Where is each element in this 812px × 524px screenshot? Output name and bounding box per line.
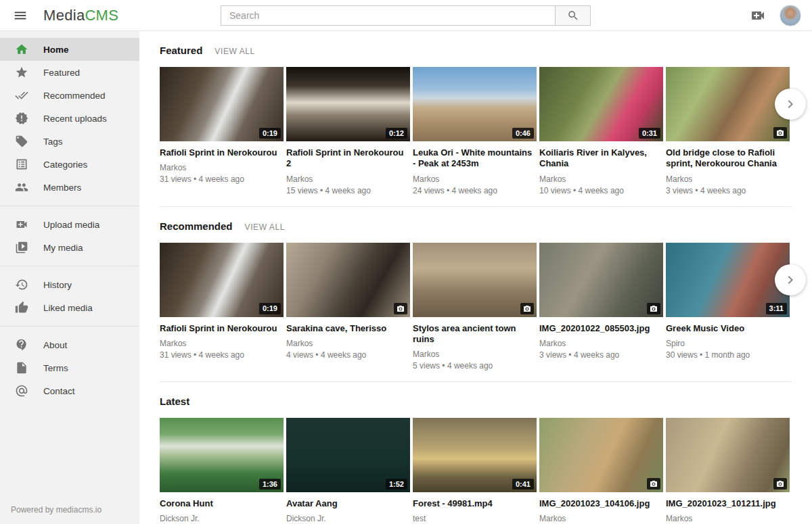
- sidebar-item-upload-media[interactable]: Upload media: [0, 213, 139, 236]
- media-title[interactable]: Old bridge close to Rafioli sprint, Nero…: [666, 147, 790, 170]
- media-meta: 5 views • 4 weeks ago: [413, 361, 537, 371]
- media-card[interactable]: 1:36 Corona Hunt Dickson Jr. 6 views • 4…: [160, 418, 284, 524]
- media-author[interactable]: Spiro: [666, 339, 790, 348]
- sidebar-item-featured[interactable]: Featured: [0, 61, 139, 84]
- media-thumbnail[interactable]: 0:31: [539, 67, 663, 141]
- media-title[interactable]: Rafioli Sprint in Nerokourou 2: [286, 147, 410, 170]
- media-author[interactable]: Dickson Jr.: [286, 514, 410, 523]
- media-thumbnail[interactable]: 1:52: [286, 418, 410, 492]
- media-meta: 10 views • 4 weeks ago: [539, 186, 663, 195]
- sidebar-item-recommended[interactable]: Recommended: [0, 84, 139, 107]
- sidebar-item-recent-uploads[interactable]: Recent uploads: [0, 107, 139, 130]
- media-thumbnail[interactable]: [539, 243, 663, 317]
- media-author[interactable]: Markos: [160, 339, 284, 348]
- media-thumbnail[interactable]: 0:46: [413, 67, 537, 141]
- sidebar-item-about[interactable]: About: [0, 333, 139, 356]
- media-author[interactable]: test: [413, 514, 537, 523]
- media-title[interactable]: IMG_20201022_085503.jpg: [539, 323, 663, 334]
- media-author[interactable]: Markos: [286, 174, 410, 184]
- media-author[interactable]: Markos: [666, 174, 790, 184]
- media-title[interactable]: Koiliaris River in Kalyves, Chania: [539, 147, 663, 170]
- media-thumbnail[interactable]: 3:11: [666, 243, 790, 317]
- sidebar-divider: [0, 326, 139, 327]
- sidebar-item-my-media[interactable]: My media: [0, 236, 139, 259]
- media-title[interactable]: Avatar Aang: [286, 498, 410, 509]
- sidebar-item-tags[interactable]: Tags: [0, 130, 139, 153]
- media-card[interactable]: Old bridge close to Rafioli sprint, Nero…: [666, 67, 790, 195]
- search-button[interactable]: [556, 5, 591, 26]
- media-thumbnail[interactable]: 0:41: [413, 418, 537, 492]
- media-author[interactable]: Markos: [413, 174, 537, 184]
- media-title[interactable]: Leuka Ori - White mountains - Peak at 24…: [413, 147, 537, 170]
- sidebar-item-terms[interactable]: Terms: [0, 356, 139, 379]
- sidebar-item-home[interactable]: Home: [0, 38, 139, 61]
- sidebar-item-history[interactable]: History: [0, 273, 139, 296]
- media-meta: 15 views • 4 weeks ago: [286, 186, 410, 195]
- upload-video-icon[interactable]: [750, 7, 766, 24]
- media-thumbnail[interactable]: [539, 418, 663, 492]
- media-meta: 4 views • 4 weeks ago: [286, 350, 410, 360]
- media-author[interactable]: Markos: [413, 350, 537, 359]
- media-author[interactable]: Markos: [539, 514, 663, 523]
- section-header-latest: Latest: [160, 382, 792, 407]
- carousel-next-button[interactable]: [775, 89, 806, 120]
- camera-icon: [647, 303, 660, 314]
- media-card[interactable]: 0:19 Rafioli Sprint in Nerokourou Markos…: [160, 67, 284, 195]
- at-sign-icon: [15, 384, 28, 398]
- home-icon: [15, 43, 28, 56]
- media-thumbnail[interactable]: 1:36: [160, 418, 284, 492]
- media-card[interactable]: IMG_20201022_085503.jpg Markos 3 views •…: [539, 243, 663, 371]
- media-title[interactable]: Stylos area ancient town ruins: [413, 323, 537, 346]
- media-title[interactable]: Corona Hunt: [160, 498, 284, 509]
- menu-icon[interactable]: [12, 7, 28, 24]
- media-author[interactable]: Markos: [539, 174, 663, 184]
- section-title: Recommended: [160, 220, 233, 232]
- app-logo[interactable]: MediaCMS: [43, 7, 118, 24]
- media-card[interactable]: IMG_20201023_101211.jpg Markos 4 views •…: [666, 418, 790, 524]
- sidebar-item-liked-media[interactable]: Liked media: [0, 296, 139, 319]
- sidebar-item-label: Contact: [43, 386, 75, 396]
- sidebar: Home Featured Recommended Recent uploads…: [0, 31, 139, 524]
- media-meta: 31 views • 4 weeks ago: [160, 350, 284, 360]
- media-title[interactable]: IMG_20201023_101211.jpg: [666, 498, 790, 509]
- media-thumbnail[interactable]: [666, 67, 790, 141]
- media-author[interactable]: Markos: [286, 339, 410, 348]
- media-author[interactable]: Markos: [666, 514, 790, 523]
- media-thumbnail[interactable]: [413, 243, 537, 317]
- media-card[interactable]: 0:41 Forest - 49981.mp4 test 17 views • …: [413, 418, 537, 524]
- media-author[interactable]: Dickson Jr.: [160, 514, 284, 523]
- media-card[interactable]: 3:11 Greek Music Video Spiro 30 views • …: [666, 243, 790, 371]
- media-title[interactable]: Forest - 49981.mp4: [413, 498, 537, 509]
- media-card[interactable]: 0:12 Rafioli Sprint in Nerokourou 2 Mark…: [286, 67, 410, 195]
- media-author[interactable]: Markos: [539, 339, 663, 348]
- sidebar-item-categories[interactable]: Categories: [0, 153, 139, 176]
- media-title[interactable]: IMG_20201023_104106.jpg: [539, 498, 663, 509]
- media-thumbnail[interactable]: [286, 243, 410, 317]
- media-title[interactable]: Rafioli Sprint in Nerokourou: [160, 323, 284, 334]
- carousel-next-button[interactable]: [775, 264, 806, 295]
- user-avatar[interactable]: [780, 5, 801, 26]
- media-meta: 3 views • 4 weeks ago: [539, 350, 663, 360]
- media-title[interactable]: Rafioli Sprint in Nerokourou: [160, 147, 284, 158]
- sidebar-item-members[interactable]: Members: [0, 176, 139, 199]
- media-card[interactable]: Stylos area ancient town ruins Markos 5 …: [413, 243, 537, 371]
- sidebar-item-label: My media: [43, 243, 83, 253]
- media-thumbnail[interactable]: 0:12: [286, 67, 410, 141]
- media-author[interactable]: Markos: [160, 163, 284, 172]
- media-card[interactable]: 0:46 Leuka Ori - White mountains - Peak …: [413, 67, 537, 195]
- media-title[interactable]: Sarakina cave, Therisso: [286, 323, 410, 334]
- sidebar-item-contact[interactable]: Contact: [0, 379, 139, 402]
- media-thumbnail[interactable]: 0:19: [160, 67, 284, 141]
- media-card[interactable]: Sarakina cave, Therisso Markos 4 views •…: [286, 243, 410, 371]
- media-title[interactable]: Greek Music Video: [666, 323, 790, 334]
- view-all-link[interactable]: VIEW ALL: [215, 47, 255, 56]
- media-thumbnail[interactable]: 0:19: [160, 243, 284, 317]
- duration-badge: 1:36: [259, 479, 281, 490]
- media-thumbnail[interactable]: [666, 418, 790, 492]
- media-card[interactable]: 1:52 Avatar Aang Dickson Jr. 12 views • …: [286, 418, 410, 524]
- view-all-link[interactable]: VIEW ALL: [245, 222, 286, 232]
- media-card[interactable]: 0:31 Koiliaris River in Kalyves, Chania …: [539, 67, 663, 195]
- search-input[interactable]: [221, 5, 556, 26]
- media-card[interactable]: 0:19 Rafioli Sprint in Nerokourou Markos…: [160, 243, 284, 371]
- media-card[interactable]: IMG_20201023_104106.jpg Markos 4 views •…: [539, 418, 663, 524]
